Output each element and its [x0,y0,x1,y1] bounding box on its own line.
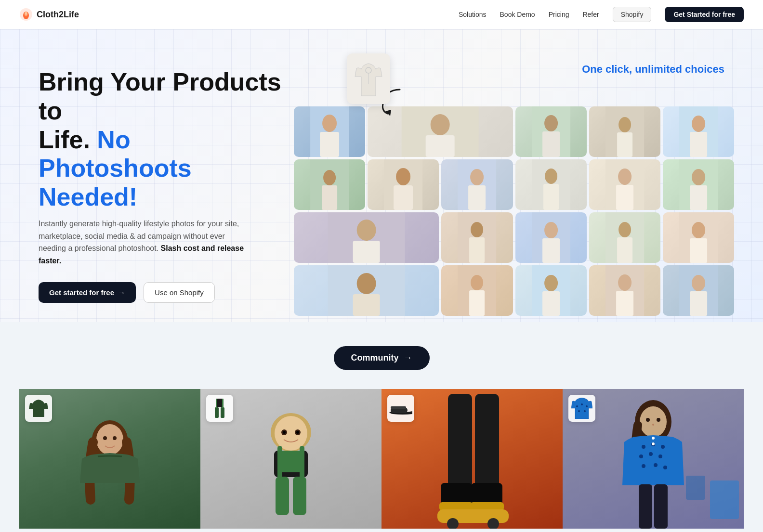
svg-point-17 [618,117,631,132]
collage-cell [515,106,587,157]
svg-point-119 [654,463,658,467]
svg-rect-60 [469,290,485,316]
nav-links: Solutions Book Demo Pricing Refer Shopif… [459,7,744,22]
community-arrow-icon: → [404,353,412,363]
collage-cell [441,265,513,316]
svg-rect-51 [617,237,632,263]
nav-link-solutions[interactable]: Solutions [459,11,487,18]
svg-point-103 [581,403,583,405]
svg-point-71 [96,424,123,455]
collage-cell [663,106,734,157]
hero-cta-secondary[interactable]: Use on Shopify [144,282,215,303]
svg-point-41 [357,220,376,241]
svg-rect-88 [279,451,303,472]
arrow-icon: → [118,288,125,297]
gallery-item-2[interactable] [200,389,382,529]
svg-point-111 [652,424,654,426]
collage-cell [663,265,734,316]
nav-link-refer[interactable]: Refer [582,11,599,18]
svg-point-105 [578,410,580,412]
svg-point-47 [544,222,558,238]
gallery-item-1[interactable] [19,389,200,529]
hero-right: One click, unlimited choices [289,58,734,275]
svg-point-109 [646,418,650,422]
svg-point-50 [618,222,631,237]
svg-rect-74 [217,399,223,407]
svg-rect-76 [221,407,224,418]
svg-rect-12 [426,135,455,157]
nav-link-book-demo[interactable]: Book Demo [500,11,535,18]
gallery-item-4[interactable] [563,389,744,529]
community-section: Community → [0,322,763,532]
svg-point-29 [470,169,484,185]
svg-point-73 [113,436,117,440]
svg-point-11 [431,114,450,135]
svg-point-72 [103,436,107,440]
svg-point-106 [584,410,586,412]
nav-link-pricing[interactable]: Pricing [549,11,569,18]
gallery [19,389,744,529]
product-hero-image [347,53,390,104]
svg-rect-57 [353,294,380,316]
svg-point-59 [471,275,483,290]
svg-point-118 [642,464,645,468]
svg-point-32 [545,169,557,184]
svg-rect-27 [394,185,413,210]
svg-rect-39 [690,185,707,210]
community-button[interactable]: Community → [334,346,430,370]
svg-point-68 [692,275,705,291]
svg-point-56 [357,273,376,294]
collage-cell [515,212,587,263]
svg-point-110 [657,418,660,422]
svg-rect-45 [469,237,485,263]
gallery-thumb-2 [206,395,233,422]
gallery-item-3[interactable] [382,389,563,529]
svg-point-117 [658,454,662,458]
collage-cell [589,265,660,316]
gallery-thumb-4 [568,395,595,422]
svg-rect-48 [542,238,560,263]
collage-cell [663,159,734,210]
hero-cta-primary[interactable]: Get started for free → [39,282,136,303]
nav-cta-button[interactable]: Get Started for free [665,7,744,22]
collage-cell [515,159,587,210]
svg-point-23 [323,170,336,185]
collage-cell [368,159,439,210]
collage-cell [294,212,439,263]
hero-buttons: Get started for free → Use on Shopify [39,282,289,303]
svg-point-102 [576,405,578,407]
gallery-thumb-1 [25,395,52,422]
svg-rect-124 [654,484,668,529]
svg-rect-18 [617,132,632,157]
svg-rect-36 [616,185,633,210]
svg-rect-63 [542,291,560,316]
svg-rect-66 [616,291,633,316]
one-click-label: One click, unlimited choices [582,63,724,76]
hero-left: Bring Your Products to Life. No Photosho… [39,58,289,303]
svg-rect-54 [690,238,707,263]
svg-point-3 [25,12,27,15]
svg-rect-33 [543,184,559,210]
logo-text: Cloth2Life [37,10,79,20]
svg-rect-75 [215,407,219,418]
svg-rect-15 [542,131,560,157]
svg-rect-78 [222,399,224,408]
svg-point-108 [640,406,667,437]
nav-logo[interactable]: Cloth2Life [19,8,79,21]
nav-shopify-button[interactable]: Shopify [613,7,652,22]
svg-point-20 [692,116,705,132]
svg-point-116 [649,452,653,456]
svg-point-80 [275,416,307,451]
svg-rect-90 [293,477,306,515]
svg-point-112 [642,445,645,449]
svg-rect-24 [322,185,337,210]
gallery-thumb-3 [387,395,414,422]
svg-point-104 [586,405,588,407]
svg-rect-92 [391,406,406,409]
svg-point-53 [692,222,705,238]
svg-point-121 [652,437,655,440]
svg-point-8 [322,115,337,132]
svg-point-84 [296,431,299,434]
hero-title: Bring Your Products to Life. No Photosho… [39,68,289,212]
collage-cell [441,212,513,263]
